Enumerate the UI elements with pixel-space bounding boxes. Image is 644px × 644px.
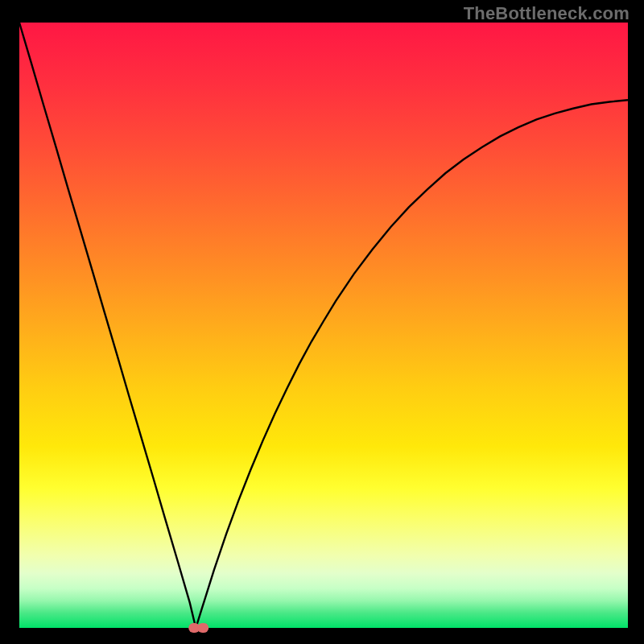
bottleneck-chart <box>0 0 644 644</box>
chart-frame: TheBottleneck.com <box>0 0 644 644</box>
svg-rect-1 <box>197 623 208 633</box>
attribution-label: TheBottleneck.com <box>464 3 630 24</box>
plot-background <box>19 23 628 628</box>
